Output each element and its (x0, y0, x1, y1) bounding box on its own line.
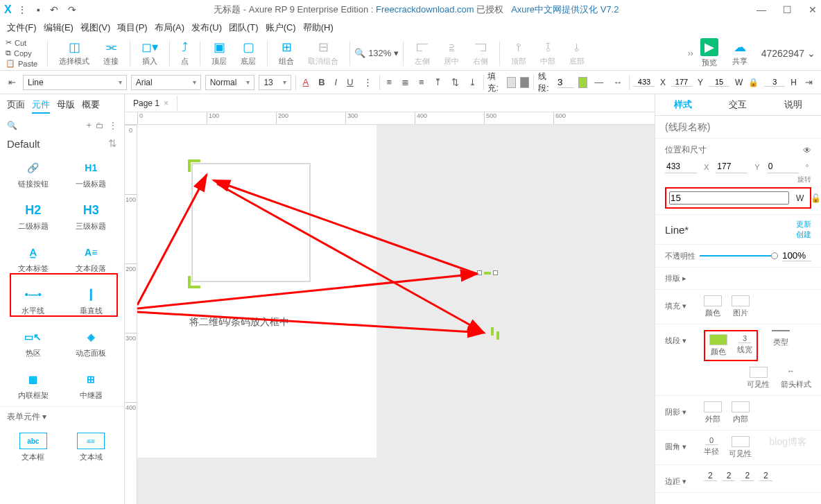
menu-project[interactable]: 项目(P) (117, 21, 147, 34)
font-weight-dropdown[interactable]: Normal▾ (205, 75, 255, 90)
widget-h1[interactable]: H1一级标题 (64, 157, 119, 192)
widget-iframe[interactable]: ▦内联框架 (6, 368, 61, 403)
opacity-slider[interactable] (700, 255, 778, 257)
library-title[interactable]: Default⇅ (0, 133, 124, 154)
add-lib-icon[interactable]: + (87, 121, 92, 130)
stroke-arrow-option[interactable]: ↔箭头样式 (781, 367, 811, 390)
widget-vline[interactable]: ┃垂直线 (64, 284, 119, 319)
tab-pages[interactable]: 页面 (7, 98, 25, 114)
group-button[interactable]: ⊞组合 (279, 40, 294, 67)
tab-notes[interactable]: 说明 (784, 98, 802, 111)
selection-handles[interactable] (477, 270, 498, 275)
lib-menu-icon[interactable]: ⋮ (109, 121, 117, 130)
widget-paragraph[interactable]: A≡文本段落 (64, 241, 119, 277)
align-center-text-icon[interactable]: ≣ (399, 75, 412, 89)
paste-button[interactable]: 📋 Paste (6, 59, 37, 68)
corner-radius-option[interactable]: 0半径 (704, 436, 719, 459)
font-color-icon[interactable]: A (300, 75, 312, 89)
shape-name-input[interactable] (665, 121, 811, 132)
pos-rot-input[interactable] (767, 160, 799, 173)
bold-icon[interactable]: B (316, 75, 327, 89)
stroke-style-icon[interactable]: — (591, 75, 606, 89)
visibility-icon[interactable]: 👁 (803, 146, 811, 155)
page-tab-1[interactable]: Page 1× (125, 96, 178, 111)
pos-w-input[interactable] (669, 191, 789, 205)
point-button[interactable]: ⤴点 (181, 40, 189, 67)
typography-section[interactable]: 排版 ▸ (655, 268, 821, 290)
redo-icon[interactable]: ↷ (68, 4, 76, 15)
update-style-button[interactable]: 更新 (796, 220, 811, 228)
underline-icon[interactable]: U (344, 75, 356, 89)
bring-front-button[interactable]: ▣顶层 (211, 40, 227, 67)
menu-team[interactable]: 团队(T) (229, 21, 259, 34)
align-left-text-icon[interactable]: ≡ (383, 75, 395, 89)
stroke-color-swatch[interactable] (578, 77, 587, 88)
preview-button[interactable]: ▶预览 (700, 38, 718, 68)
close-icon[interactable]: ✕ (809, 4, 817, 15)
widget-hotspot[interactable]: ▭↖热区 (6, 326, 61, 361)
italic-icon[interactable]: I (332, 75, 340, 89)
zoom-control[interactable]: 🔍 132% ▾ (354, 48, 399, 58)
shadow-outer-option[interactable]: 外部 (704, 401, 722, 424)
valign-top-icon[interactable]: ⤒ (431, 75, 444, 89)
undo-icon[interactable]: ↶ (50, 4, 58, 15)
select-mode-button[interactable]: ◫选择模式 (59, 40, 89, 67)
lib-folder-icon[interactable]: 🗀 (96, 121, 104, 130)
maximize-icon[interactable]: ☐ (783, 4, 792, 15)
menu-publish[interactable]: 发布(U) (191, 21, 222, 34)
lock-icon[interactable]: 🔒 (748, 78, 759, 87)
fill-image-option[interactable]: 图片 (732, 295, 750, 318)
search-icon[interactable]: 🔍 (7, 121, 17, 130)
connect-button[interactable]: ⫘连接 (103, 40, 119, 67)
canvas[interactable]: 将二维码/条码放入框中 (137, 125, 655, 504)
valign-bot-icon[interactable]: ⤓ (466, 75, 479, 89)
save-icon[interactable]: ▪ (37, 4, 40, 15)
lock-aspect-icon[interactable]: 🔓 (811, 193, 821, 203)
widget-link-button[interactable]: 🔗链接按钮 (6, 157, 61, 192)
widget-hline[interactable]: •—•水平线 (6, 284, 61, 319)
tab-interactions[interactable]: 交互 (729, 98, 747, 111)
h-input[interactable] (764, 78, 785, 87)
w-input[interactable] (709, 78, 729, 87)
widget-dynamic-panel[interactable]: ◈动态面板 (64, 326, 119, 361)
fill-color-swatch[interactable] (507, 77, 516, 88)
send-back-button[interactable]: ▢底层 (241, 40, 256, 67)
stroke-type-option[interactable]: 类型 (772, 330, 790, 347)
stroke-width-option[interactable]: 3线宽 (737, 334, 752, 357)
x-input[interactable] (634, 78, 655, 87)
widget-repeater[interactable]: ⊞中继器 (64, 368, 119, 403)
close-tab-icon[interactable]: × (164, 98, 168, 108)
menu-edit[interactable]: 编辑(E) (44, 21, 74, 34)
align-right-text-icon[interactable]: ≡ (416, 75, 427, 89)
element-type-dropdown[interactable]: Line▾ (23, 75, 127, 90)
corner-visibility-option[interactable]: 可见性 (729, 436, 752, 459)
opacity-input[interactable] (782, 250, 811, 261)
copy-button[interactable]: ⧉ Copy (6, 49, 37, 58)
fill-image-swatch[interactable] (520, 77, 529, 88)
widget-h3[interactable]: H3三级标题 (64, 199, 119, 234)
menu-arrange[interactable]: 布局(A) (155, 21, 184, 34)
menu-account[interactable]: 账户(C) (266, 21, 296, 34)
minimize-icon[interactable]: — (757, 4, 766, 15)
menu-help[interactable]: 帮助(H) (303, 21, 334, 34)
fill-color-option[interactable]: 颜色 (704, 295, 722, 318)
tab-style[interactable]: 样式 (674, 98, 692, 111)
create-style-button[interactable]: 创建 (796, 230, 811, 238)
stroke-width-input[interactable] (558, 77, 574, 88)
menu-file[interactable]: 文件(F) (7, 21, 37, 34)
form-section-header[interactable]: 表单元件 ▾ (0, 406, 124, 427)
widget-textarea[interactable]: ≡≡文本域 (64, 430, 119, 465)
tab-outline[interactable]: 概要 (82, 98, 100, 114)
cut-button[interactable]: ✂ Cut (6, 38, 37, 47)
toggle-left-icon[interactable]: ⇤ (6, 75, 19, 89)
arrow-style-icon[interactable]: ↔ (610, 75, 625, 89)
rectangle-shape[interactable] (191, 163, 311, 282)
account-number[interactable]: 47262947 ⌄ (761, 48, 815, 59)
toggle-right-icon[interactable]: ⇥ (802, 75, 815, 89)
more-text-icon[interactable]: ⋮ (361, 75, 375, 89)
insert-button[interactable]: ◻▾插入 (141, 40, 158, 67)
font-family-dropdown[interactable]: Arial▾ (131, 75, 201, 90)
tab-widgets[interactable]: 元件 (32, 98, 50, 114)
widget-h2[interactable]: H2二级标题 (6, 199, 61, 234)
font-size-dropdown[interactable]: 13▾ (259, 75, 291, 90)
